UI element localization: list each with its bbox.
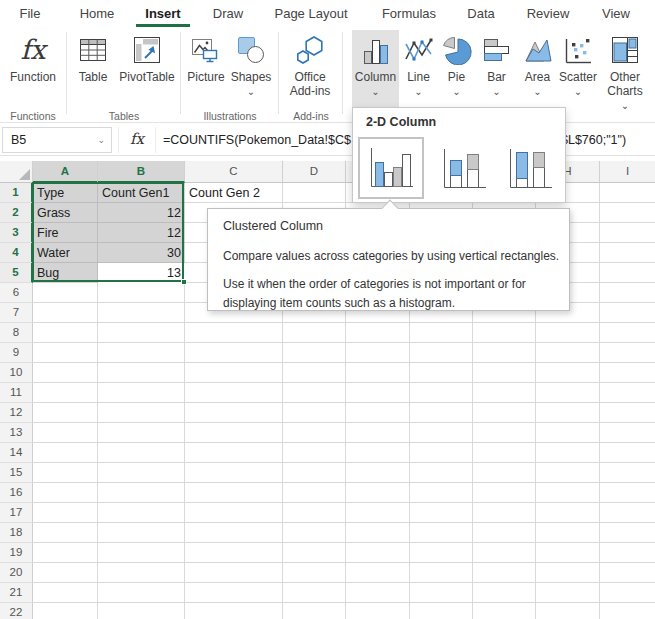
formula-text-right[interactable]: $L$760;"1") [561, 127, 626, 153]
selection-fill-handle[interactable] [181, 279, 187, 285]
column-chart-button[interactable]: Column ⌄ [352, 30, 399, 118]
row-header-15[interactable]: 15 [0, 463, 33, 483]
chevron-down-icon: ⌄ [621, 101, 629, 110]
dropdown-section-title: 2-D Column [366, 115, 436, 129]
tab-draw[interactable]: Draw [206, 0, 250, 27]
tab-review[interactable]: Review [518, 0, 578, 27]
tab-page-layout[interactable]: Page Layout [268, 0, 354, 27]
column-header-I[interactable]: I [600, 161, 655, 183]
line-chart-icon [404, 33, 434, 67]
other-charts-button[interactable]: Other Charts ⌄ [599, 30, 651, 110]
pivottable-button[interactable]: PivotTable [116, 30, 178, 84]
chevron-down-icon: ⌄ [533, 87, 541, 96]
row-header-7[interactable]: 7 [0, 303, 33, 323]
cell-A3[interactable]: Fire [37, 223, 95, 243]
row-header-13[interactable]: 13 [0, 423, 33, 443]
cell-A2[interactable]: Grass [37, 203, 95, 223]
chevron-down-icon: ⌄ [452, 87, 460, 96]
hundred-percent-stacked-column-option[interactable] [500, 141, 560, 197]
tooltip-description-2: Use it when the order of categories is n… [223, 275, 558, 313]
area-chart-button[interactable]: Area ⌄ [518, 30, 557, 96]
bar-chart-icon [482, 33, 512, 67]
row-header-10[interactable]: 10 [0, 363, 33, 383]
group-label-functions: Functions [0, 109, 66, 123]
row-header-19[interactable]: 19 [0, 543, 33, 563]
tab-view[interactable]: View [594, 0, 638, 27]
picture-icon [191, 33, 221, 67]
picture-button[interactable]: Picture [184, 30, 228, 84]
row-header-18[interactable]: 18 [0, 523, 33, 543]
row-header-14[interactable]: 14 [0, 443, 33, 463]
ribbon-tab-bar: File Home Insert Draw Page Layout Formul… [0, 0, 655, 28]
chevron-down-icon: ⌄ [414, 87, 422, 96]
office-addins-button[interactable]: Office Add-ins [282, 30, 338, 98]
table-button[interactable]: Table [70, 30, 116, 84]
cell-A5[interactable]: Bug [37, 263, 95, 283]
scatter-chart-icon [563, 33, 593, 67]
pie-chart-button[interactable]: Pie ⌄ [438, 30, 475, 96]
formula-text-left[interactable]: =COUNTIFS(Pokemon_Data!$C$ [163, 127, 351, 153]
group-separator [342, 32, 343, 114]
row-header-9[interactable]: 9 [0, 343, 33, 363]
tab-insert[interactable]: Insert [136, 0, 190, 27]
tab-formulas[interactable]: Formulas [376, 0, 442, 27]
tab-file[interactable]: File [12, 0, 48, 27]
row-header-22[interactable]: 22 [0, 603, 33, 619]
cell-A4[interactable]: Water [37, 243, 95, 263]
shapes-icon [236, 33, 266, 67]
pivottable-icon [132, 33, 162, 67]
group-label-illustrations: Illustrations [184, 109, 276, 123]
row-header-2[interactable]: 2 [0, 203, 33, 223]
table-icon [78, 33, 108, 67]
chevron-down-icon[interactable]: ⌄ [97, 128, 105, 152]
group-label-tables: Tables [70, 109, 178, 123]
cell-B2[interactable]: 12 [98, 203, 181, 223]
office-addins-label: Office Add-ins [282, 70, 338, 98]
line-chart-button[interactable]: Line ⌄ [401, 30, 436, 96]
clustered-column-icon [367, 146, 415, 190]
bar-chart-button[interactable]: Bar ⌄ [477, 30, 516, 96]
column-header-C[interactable]: C [185, 161, 283, 183]
function-button[interactable]: fx Function [0, 30, 66, 84]
cell-C1[interactable]: Count Gen 2 [189, 183, 283, 203]
column-header-D[interactable]: D [283, 161, 346, 183]
pivottable-label: PivotTable [119, 70, 174, 84]
clustered-column-option[interactable] [358, 137, 424, 199]
column-header-A[interactable]: A [33, 161, 98, 183]
row-header-6[interactable]: 6 [0, 283, 33, 303]
stacked-column-icon [440, 147, 488, 191]
row-header-20[interactable]: 20 [0, 563, 33, 583]
select-all-corner[interactable] [0, 161, 33, 183]
row-header-17[interactable]: 17 [0, 503, 33, 523]
cell-B1[interactable]: Count Gen1 [102, 183, 182, 203]
row-header-8[interactable]: 8 [0, 323, 33, 343]
hundred-percent-stacked-column-icon [506, 147, 554, 191]
tooltip-title: Clustered Column [223, 219, 323, 233]
stacked-column-option[interactable] [434, 141, 494, 197]
row-header-4[interactable]: 4 [0, 243, 33, 263]
row-header-5[interactable]: 5 [0, 263, 33, 283]
cell-B4[interactable]: 30 [98, 243, 181, 263]
column-chart-icon [361, 33, 391, 67]
row-header-12[interactable]: 12 [0, 403, 33, 423]
area-label: Area [525, 70, 550, 84]
row-header-21[interactable]: 21 [0, 583, 33, 603]
cell-B3[interactable]: 12 [98, 223, 181, 243]
insert-function-button[interactable]: fx [118, 127, 156, 153]
row-header-16[interactable]: 16 [0, 483, 33, 503]
chevron-down-icon: ⌄ [247, 87, 255, 96]
shapes-button[interactable]: Shapes ⌄ [228, 30, 274, 96]
tab-data[interactable]: Data [460, 0, 502, 27]
cell-A1[interactable]: Type [37, 183, 95, 203]
name-box[interactable]: B5 ⌄ [2, 127, 112, 153]
row-header-1[interactable]: 1 [0, 183, 33, 203]
cell-B5[interactable]: 13 [98, 263, 181, 283]
column-chart-dropdown: 2-D Column [352, 107, 566, 203]
column-header-B[interactable]: B [98, 161, 185, 183]
pie-chart-icon [442, 33, 472, 67]
scatter-chart-button[interactable]: Scatter ⌄ [557, 30, 599, 96]
tab-home[interactable]: Home [72, 0, 122, 27]
row-header-11[interactable]: 11 [0, 383, 33, 403]
shapes-label: Shapes [231, 70, 272, 84]
row-header-3[interactable]: 3 [0, 223, 33, 243]
